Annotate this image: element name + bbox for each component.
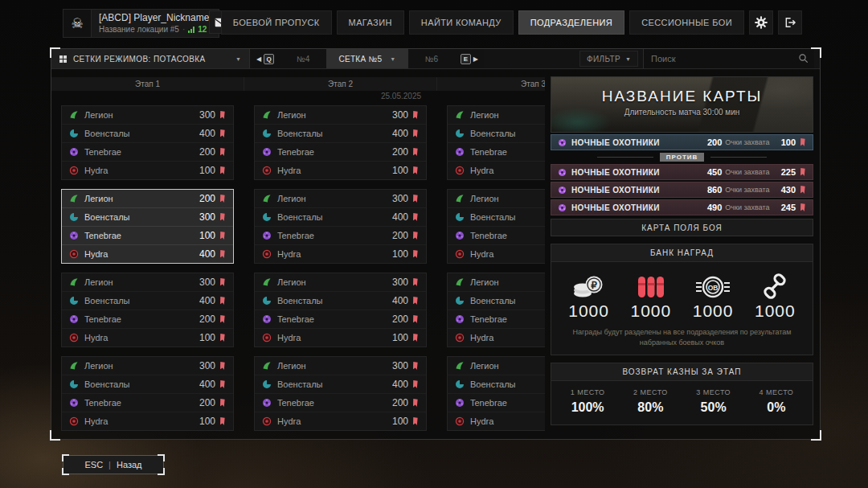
- team-row[interactable]: Tenebrae200: [62, 393, 233, 412]
- stage-date: 25.05.2025: [341, 92, 461, 100]
- bracket-group[interactable]: ЛегионВоенсталыTenebraeHydra: [447, 189, 545, 264]
- team-name: Военсталы: [84, 129, 130, 138]
- team-row[interactable]: Tenebrae: [448, 142, 545, 161]
- team-row[interactable]: Военсталы: [448, 291, 545, 310]
- match-team-row[interactable]: НОЧНЫЕ ОХОТНИКИ490Очки захвата245: [551, 199, 813, 215]
- team-row[interactable]: Hydra100: [255, 412, 426, 430]
- team-row[interactable]: Легион: [448, 273, 545, 291]
- team-row[interactable]: Легион300: [255, 190, 426, 207]
- team-score: 300: [392, 109, 408, 121]
- battlefield-map-button[interactable]: КАРТА ПОЛЯ БОЯ: [551, 219, 813, 236]
- bracket-group[interactable]: Легион300Военсталы400Tenebrae200Hydra100: [254, 356, 427, 431]
- team-name: Легион: [470, 277, 499, 287]
- bracket-group[interactable]: Легион300Военсталы400Tenebrae200Hydra100: [61, 105, 234, 180]
- nav-tab[interactable]: ПОДРАЗДЕЛЕНИЯ: [518, 10, 624, 35]
- back-button[interactable]: ESC | Назад: [63, 455, 164, 474]
- player-card[interactable]: ☠ [ABCD] Player_Nickname Название локаци…: [63, 9, 219, 38]
- team-row[interactable]: Tenebrae100: [62, 226, 233, 244]
- bracket-group[interactable]: Легион300Военсталы400Tenebrae200Hydra100: [254, 273, 427, 347]
- team-row[interactable]: Hydra: [448, 328, 545, 347]
- team-row[interactable]: Легион300: [62, 273, 233, 291]
- bracket-group[interactable]: ЛегионВоенсталыTenebraeHydra: [447, 105, 545, 180]
- team-row[interactable]: Tenebrae200: [62, 142, 233, 161]
- tenebrae-rose-icon: [455, 314, 465, 324]
- team-score: 100: [199, 230, 215, 241]
- team-row[interactable]: Военсталы: [448, 375, 545, 393]
- bracket-group[interactable]: ЛегионВоенсталыTenebraeHydra: [447, 356, 545, 431]
- team-row[interactable]: Легион: [448, 190, 545, 207]
- team-row[interactable]: Hydra100: [62, 412, 233, 430]
- bracket-group[interactable]: Легион300Военсталы400Tenebrae200Hydra100: [61, 356, 234, 431]
- team-row[interactable]: Hydra100: [255, 328, 426, 347]
- team-row[interactable]: Tenebrae: [448, 310, 545, 328]
- team-row[interactable]: Военсталы300: [62, 207, 233, 226]
- team-score: 300: [199, 109, 215, 121]
- nav-tab[interactable]: МАГАЗИН: [337, 10, 404, 35]
- capture-points: 860: [707, 185, 722, 195]
- team-row[interactable]: Военсталы400: [62, 291, 233, 310]
- bracket-group[interactable]: ЛегионВоенсталыTenebraeHydra: [447, 273, 545, 347]
- hydra-ring-icon: [262, 166, 272, 175]
- team-row[interactable]: Легион: [448, 106, 545, 124]
- team-row[interactable]: Hydra: [448, 244, 545, 263]
- team-row[interactable]: Легион300: [255, 357, 426, 375]
- nav-tab[interactable]: БОЕВОЙ ПРОПУСК: [221, 10, 332, 35]
- team-row[interactable]: Tenebrae: [448, 226, 545, 244]
- capture-label: Очки захвата: [725, 203, 769, 211]
- team-row[interactable]: Военсталы400: [62, 375, 233, 393]
- team-row[interactable]: Hydra100: [255, 161, 426, 179]
- team-row[interactable]: Легион300: [255, 106, 426, 124]
- filter-dropdown[interactable]: ФИЛЬТР ▼: [579, 51, 638, 67]
- match-team-row[interactable]: НОЧНЫЕ ОХОТНИКИ450Очки захвата225: [551, 164, 813, 180]
- team-row[interactable]: Легион200: [62, 190, 233, 207]
- team-row[interactable]: Военсталы400: [255, 375, 426, 393]
- team-row[interactable]: Hydra100: [255, 244, 426, 263]
- team-row[interactable]: Военсталы400: [255, 124, 426, 142]
- team-row[interactable]: Легион300: [62, 357, 233, 375]
- search-input[interactable]: [644, 49, 814, 68]
- svg-text:ОВ: ОВ: [708, 284, 719, 292]
- team-row[interactable]: Tenebrae200: [255, 393, 426, 412]
- team-row[interactable]: Hydra100: [62, 161, 233, 179]
- match-team-row[interactable]: НОЧНЫЕ ОХОТНИКИ860Очки захвата430: [551, 182, 813, 198]
- team-row[interactable]: Tenebrae200: [255, 226, 426, 244]
- legion-arrow-icon: [262, 277, 272, 287]
- team-row[interactable]: Hydra: [448, 161, 545, 179]
- bracket-group[interactable]: Легион300Военсталы400Tenebrae200Hydra100: [254, 105, 427, 180]
- team-name: Военсталы: [470, 296, 516, 306]
- team-row[interactable]: Военсталы400: [255, 207, 426, 226]
- team-row[interactable]: Hydra400: [62, 244, 233, 263]
- battle-points: 430: [781, 185, 796, 195]
- team-row[interactable]: Hydra: [448, 412, 545, 430]
- match-team-row[interactable]: НОЧНЫЕ ОХОТНИКИ200Очки захвата100: [551, 134, 813, 150]
- team-row[interactable]: Hydra100: [62, 328, 233, 347]
- exit-button[interactable]: [778, 10, 802, 35]
- team-row[interactable]: Военсталы400: [255, 291, 426, 310]
- nav-tab[interactable]: СЕССИОННЫЕ БОИ: [629, 10, 744, 35]
- team-score: 400: [199, 379, 215, 390]
- bracket-group-selected[interactable]: Легион200Военсталы300Tenebrae100Hydra400: [61, 189, 234, 264]
- settings-button[interactable]: [749, 10, 773, 35]
- team-score: 200: [392, 314, 408, 325]
- nav-tab[interactable]: НАЙТИ КОМАНДУ: [409, 10, 514, 35]
- team-row[interactable]: Tenebrae200: [255, 310, 426, 328]
- team-row[interactable]: Tenebrae: [448, 393, 545, 412]
- team-row[interactable]: Легион: [448, 357, 545, 375]
- flag-icon: [411, 194, 419, 203]
- team-row[interactable]: Военсталы: [448, 124, 545, 142]
- bracket-group[interactable]: Легион300Военсталы400Tenebrae200Hydra100: [61, 273, 234, 347]
- treasury-place: 1 МЕСТО100%: [556, 388, 619, 415]
- team-row[interactable]: Легион300: [62, 106, 233, 124]
- ob-coin-icon: ОВ: [682, 270, 744, 299]
- team-row[interactable]: Tenebrae200: [255, 142, 426, 161]
- voensteel-wave-icon: [69, 296, 79, 306]
- clan-skull-icon: ☠: [63, 10, 92, 37]
- team-row[interactable]: Tenebrae200: [62, 310, 233, 328]
- team-row[interactable]: Легион300: [255, 273, 426, 291]
- place-value: 0%: [745, 400, 808, 415]
- team-row[interactable]: Военсталы: [448, 207, 545, 226]
- flag-icon: [219, 296, 226, 306]
- rosette-icon: [558, 203, 567, 212]
- bracket-group[interactable]: Легион300Военсталы400Tenebrae200Hydra100: [254, 189, 427, 264]
- team-row[interactable]: Военсталы400: [62, 124, 233, 142]
